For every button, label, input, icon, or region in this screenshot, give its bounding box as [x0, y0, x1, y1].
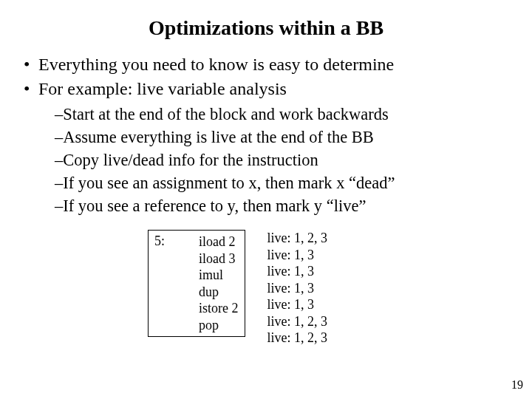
code-line: pop — [199, 317, 239, 334]
code-line: dup — [199, 284, 239, 301]
example-row: 5: iload 2 iload 3 imul dup istore 2 pop… — [148, 230, 510, 347]
sub-bullet-item: –Copy live/dead info for the instruction — [55, 150, 510, 171]
code-instructions: iload 2 iload 3 imul dup istore 2 pop — [199, 233, 239, 333]
slide-title: Optimizations within a BB — [22, 16, 510, 40]
sub-bullet-item: –Assume everything is live at the end of… — [55, 127, 510, 149]
code-line: iload 3 — [199, 250, 239, 267]
page-number: 19 — [511, 378, 523, 392]
live-line: live: 1, 2, 3 — [267, 313, 328, 330]
live-line: live: 1, 3 — [267, 247, 328, 264]
live-column: live: 1, 2, 3 live: 1, 3 live: 1, 3 live… — [267, 230, 328, 347]
live-line: live: 1, 3 — [267, 263, 328, 280]
sub-bullet-list: –Start at the end of the block and work … — [22, 104, 510, 216]
code-box: 5: iload 2 iload 3 imul dup istore 2 pop — [148, 230, 245, 337]
bullet-item: For example: live variable analysis — [22, 78, 510, 100]
slide: Optimizations within a BB Everything you… — [0, 0, 532, 399]
sub-bullet-item: –If you see an assignment to x, then mar… — [55, 173, 510, 194]
code-line: istore 2 — [199, 300, 239, 317]
sub-bullet-item: –Start at the end of the block and work … — [55, 104, 510, 126]
live-line: live: 1, 3 — [267, 280, 328, 297]
bullet-item: Everything you need to know is easy to d… — [22, 53, 510, 76]
sub-bullet-item: –If you see a reference to y, then mark … — [55, 196, 510, 217]
live-line: live: 1, 3 — [267, 296, 328, 313]
code-label: 5: — [154, 233, 199, 333]
code-line: iload 2 — [199, 233, 239, 250]
bullet-list: Everything you need to know is easy to d… — [22, 53, 510, 100]
code-line: imul — [199, 267, 239, 284]
live-line: live: 1, 2, 3 — [267, 330, 328, 347]
live-line: live: 1, 2, 3 — [267, 230, 328, 247]
